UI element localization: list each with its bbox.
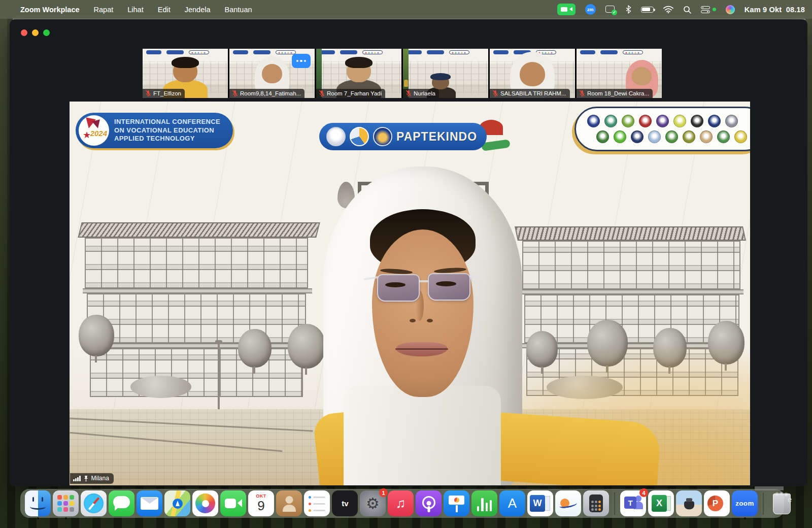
mic-muted-icon [145, 90, 151, 96]
passport-check-icon[interactable]: ✓ [605, 6, 616, 14]
university-logo [656, 115, 669, 127]
dock-powerpoint-icon[interactable]: P [704, 490, 730, 516]
participant-thumbnail[interactable]: Room 7_Farhan Yadi [316, 49, 401, 98]
virtual-bg-banner-strip [577, 49, 662, 56]
menu-bar: Zoom Workplace RapatLihatEditJendelaBant… [0, 0, 812, 19]
university-logo [665, 130, 678, 143]
control-center-icon[interactable] [701, 6, 710, 13]
battery-icon[interactable] [641, 7, 654, 13]
participant-name-tag: FT_Elfizon [143, 89, 185, 98]
dock-divider [763, 492, 764, 515]
screen-recording-indicator-icon[interactable] [557, 4, 576, 15]
participant-thumbnail[interactable]: Room 18_Dewi Cakra... [577, 49, 662, 98]
notification-badge: 1 [379, 488, 388, 497]
menu-items: RapatLihatEditJendelaBantuan [94, 6, 266, 14]
participant-hair [172, 57, 199, 68]
dock: OKT9tv⚙1♫AWT4XPzoom [20, 489, 784, 518]
participant-name: FT_Elfizon [153, 90, 181, 96]
speaker-name-tag: Milana [70, 473, 114, 484]
dock-numbers-icon[interactable] [471, 490, 497, 516]
university-logo [683, 130, 695, 143]
sketch-lamp-post [218, 344, 220, 410]
university-logo [596, 130, 609, 143]
dock-finder-icon[interactable] [25, 490, 51, 516]
dock-messages-icon[interactable] [109, 490, 134, 516]
mic-muted-icon [492, 90, 498, 96]
wifi-icon[interactable] [663, 6, 673, 13]
university-logo [673, 115, 686, 127]
mic-muted-icon [405, 90, 412, 96]
dock-trash-icon[interactable] [769, 490, 795, 516]
participant-face [262, 64, 282, 83]
university-logo [587, 115, 600, 127]
dock-photos-icon[interactable] [192, 490, 218, 516]
participant-name: Room 18_Dewi Cakra... [587, 90, 649, 96]
partner-logos-pill [574, 107, 750, 151]
ministry-logo [326, 127, 346, 146]
dock-zoom-icon[interactable]: zoom [732, 490, 758, 516]
dock-music-icon[interactable]: ♫ [388, 490, 414, 516]
university-logo [639, 115, 652, 127]
thumbnail-more-options-button[interactable] [292, 54, 311, 68]
menu-edit[interactable]: Edit [158, 6, 171, 14]
dock-excel-icon[interactable]: X [648, 490, 674, 516]
close-window-button[interactable] [21, 29, 27, 36]
paptekindo-label: PAPTEKINDO [396, 130, 477, 144]
participant-name-tag: Room9,8,14_Fatimah... [229, 89, 304, 98]
dock-reminders-icon[interactable] [304, 490, 330, 516]
bluetooth-icon[interactable] [625, 5, 631, 14]
virtual-bg-banner-strip [316, 49, 401, 56]
participant-face [632, 67, 652, 85]
menu-lihat[interactable]: Lihat [127, 6, 143, 14]
dock-contacts-icon[interactable] [276, 490, 302, 516]
dock-divider [614, 492, 615, 515]
university-logo [648, 130, 661, 143]
dock-app-store-icon[interactable]: A [499, 490, 525, 516]
participant-thumbnail[interactable]: Room9,8,14_Fatimah... [229, 49, 315, 98]
trophy-object [404, 80, 408, 87]
zoom-menubar-icon[interactable]: zm [585, 4, 596, 15]
menu-bar-clock[interactable]: Kam 9 Okt 08.18 [745, 6, 805, 14]
dock-system-settings-icon[interactable]: ⚙1 [360, 490, 386, 516]
participant-name: Room9,8,14_Fatimah... [240, 90, 301, 96]
dock-calculator-icon[interactable] [583, 490, 609, 516]
dock-launchpad-icon[interactable] [53, 490, 79, 516]
participant-name: Room 7_Farhan Yadi [327, 90, 382, 96]
participant-thumbnail[interactable]: Nurlaela [403, 49, 488, 98]
dock-apple-tv-icon[interactable]: tv [332, 490, 358, 516]
app-menu-title[interactable]: Zoom Workplace [20, 6, 80, 14]
zoom-meeting-window: FT_ElfizonRoom9,8,14_Fatimah...Room 7_Fa… [10, 19, 807, 486]
sketch-tree [288, 324, 325, 369]
minimize-window-button[interactable] [32, 29, 39, 36]
dock-word-icon[interactable]: W [527, 490, 553, 516]
conference-logo: ★ 2024 [79, 115, 109, 146]
menu-bar-status-area: zm ✓ Kam 9 Okt 08.18 [557, 4, 812, 15]
university-logo [734, 130, 747, 143]
mic-muted-icon [232, 90, 238, 96]
dock-maps-icon[interactable] [164, 490, 190, 516]
siri-icon[interactable] [726, 5, 735, 14]
window-controls [21, 29, 50, 36]
university-logo [622, 115, 634, 127]
dock-teams-icon[interactable]: T4 [620, 490, 646, 516]
dock-keynote-icon[interactable] [444, 490, 469, 516]
menu-rapat[interactable]: Rapat [94, 6, 114, 14]
participant-thumbnail[interactable]: SALSABILA TRI RAHM... [490, 49, 575, 98]
participant-thumbnail[interactable]: FT_Elfizon [143, 49, 228, 98]
pin-icon [83, 475, 89, 482]
fullscreen-window-button[interactable] [43, 29, 50, 36]
speaker-glasses-right-lens [428, 273, 470, 301]
speaker-video-tile[interactable]: ★ 2024 INTERNATIONAL CONFERENCE ON VOCAT… [70, 102, 750, 485]
dock-podcasts-icon[interactable] [416, 490, 442, 516]
menu-bantuan[interactable]: Bantuan [225, 6, 252, 14]
dock-facetime-icon[interactable] [220, 490, 246, 516]
university-logo [631, 130, 644, 143]
dock-freeform-icon[interactable] [555, 490, 581, 516]
university-logo [725, 115, 738, 127]
dock-mail-icon[interactable] [137, 490, 162, 516]
spotlight-search-icon[interactable] [683, 6, 691, 14]
menu-jendela[interactable]: Jendela [185, 6, 211, 14]
dock-safari-icon[interactable] [81, 490, 107, 516]
dock-calendar-icon[interactable]: OKT9 [248, 490, 274, 516]
dock-preview-icon[interactable] [676, 490, 702, 516]
